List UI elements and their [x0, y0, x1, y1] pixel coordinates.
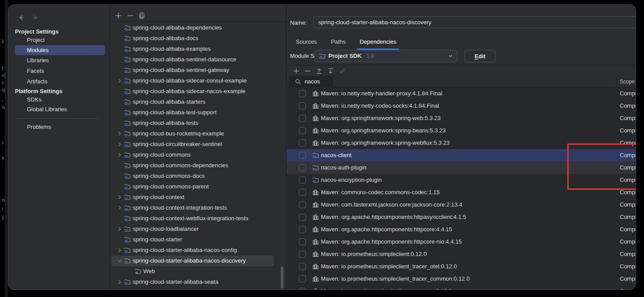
- dependency-row[interactable]: Maven: org.springframework:spring-web:5.…: [287, 112, 636, 124]
- export-checkbox[interactable]: [299, 251, 306, 258]
- sidebar-item-artifacts[interactable]: Artifacts: [27, 77, 48, 86]
- dependency-scope[interactable]: Compile: [620, 273, 636, 285]
- tree-item[interactable]: spring-cloud-starter-alibaba-nacos-disco…: [110, 256, 286, 266]
- tree-item[interactable]: spring-cloud-alibaba-examples: [110, 44, 286, 54]
- tree-item[interactable]: spring-cloud-circuitbreaker-sentinel: [110, 139, 286, 150]
- tree-item[interactable]: Web: [110, 266, 286, 277]
- dependency-scope[interactable]: Compile: [620, 124, 636, 137]
- edit-dependency-icon[interactable]: [339, 68, 346, 75]
- dependency-row[interactable]: Maven: org.apache.httpcomponents:httpasy…: [287, 211, 636, 223]
- export-checkbox[interactable]: [299, 115, 306, 122]
- dependency-scope[interactable]: Compile: [620, 112, 636, 124]
- export-checkbox[interactable]: [299, 288, 306, 289]
- tree-item[interactable]: spring-cloud-context: [110, 192, 286, 203]
- dependency-scope[interactable]: Compile: [620, 199, 636, 211]
- move-up-icon[interactable]: [316, 68, 323, 75]
- move-down-icon[interactable]: [327, 68, 334, 75]
- dependency-scope[interactable]: Compile: [620, 211, 636, 223]
- dependency-row[interactable]: Maven: io.prometheus:simpleclient_common…: [287, 285, 636, 289]
- dependency-row[interactable]: nacos-auth-pluginCompile: [287, 162, 636, 174]
- dependency-scope[interactable]: Compile: [620, 137, 636, 149]
- export-checkbox[interactable]: [299, 238, 306, 245]
- tree-item[interactable]: spring-cloud-alibaba-sentinel-datasource: [110, 54, 286, 65]
- dependency-row[interactable]: Maven: io.netty:netty-handler-proxy:4.1.…: [287, 87, 636, 100]
- chevron-right-icon[interactable]: [116, 130, 123, 137]
- dependency-row[interactable]: Maven: io.prometheus:simpleclient:0.12.0…: [287, 248, 636, 260]
- chevron-right-icon[interactable]: [116, 247, 123, 254]
- dependency-row[interactable]: Maven: io.prometheus:simpleclient_tracer…: [287, 273, 636, 285]
- tree-item[interactable]: spring-cloud-commons-parent: [110, 181, 286, 192]
- sidebar-item-problems[interactable]: Problems: [27, 122, 51, 132]
- export-checkbox[interactable]: [299, 102, 306, 109]
- dependency-row[interactable]: Maven: org.apache.httpcomponents:httpcor…: [287, 236, 636, 248]
- sidebar-item-sdks[interactable]: SDKs: [27, 95, 41, 105]
- chevron-right-icon[interactable]: [116, 77, 123, 84]
- export-checkbox[interactable]: [299, 275, 306, 282]
- export-checkbox[interactable]: [299, 201, 306, 208]
- dependency-row[interactable]: nacos-encryption-pluginCompile: [287, 174, 636, 186]
- tab-dependencies[interactable]: Dependencies: [360, 37, 396, 50]
- export-checkbox[interactable]: [299, 164, 306, 171]
- sidebar-item-project[interactable]: Project: [27, 35, 45, 45]
- tree-item[interactable]: spring-cloud-alibaba-test-support: [110, 107, 286, 118]
- dependency-scope[interactable]: Compile: [620, 100, 636, 112]
- dependency-scope[interactable]: Compile: [620, 285, 636, 289]
- export-checkbox[interactable]: [299, 139, 306, 147]
- dependency-row[interactable]: Maven: org.springframework:spring-beans:…: [287, 124, 636, 137]
- tree-item[interactable]: spring-cloud-commons-docs: [110, 171, 286, 181]
- dependency-scope[interactable]: Compile: [620, 149, 636, 162]
- dependency-row[interactable]: Maven: org.apache.httpcomponents:httpcor…: [287, 223, 636, 236]
- tree-item[interactable]: spring-cloud-alibaba-tests: [110, 118, 286, 128]
- chevron-right-icon[interactable]: [116, 151, 123, 158]
- export-checkbox[interactable]: [299, 214, 306, 221]
- chevron-right-icon[interactable]: [116, 278, 123, 286]
- remove-module-icon[interactable]: [127, 12, 134, 19]
- chevron-right-icon[interactable]: [116, 141, 123, 148]
- chevron-expanded-icon[interactable]: [116, 257, 123, 264]
- tab-paths[interactable]: Paths: [331, 37, 346, 50]
- tree-item[interactable]: spring-cloud-loadbalancer: [110, 224, 286, 234]
- tree-item[interactable]: spring-cloud-alibaba-dependencies: [110, 23, 286, 33]
- dependency-scope[interactable]: Compile: [620, 223, 636, 236]
- export-checkbox[interactable]: [299, 189, 306, 196]
- dependency-scope[interactable]: Compile: [620, 248, 636, 260]
- chevron-right-icon[interactable]: [116, 204, 123, 211]
- dependency-scope[interactable]: Compile: [620, 162, 636, 174]
- tree-scrollbar-thumb[interactable]: [281, 267, 283, 289]
- export-checkbox[interactable]: [299, 263, 306, 270]
- export-checkbox[interactable]: [299, 226, 306, 233]
- tree-item[interactable]: spring-cloud-commons: [110, 150, 286, 160]
- edit-button[interactable]: Edit: [465, 50, 495, 62]
- tree-item[interactable]: spring-cloud-context-integration-tests: [110, 203, 286, 213]
- dependency-search-field[interactable]: nacos: [289, 76, 333, 87]
- tree-item[interactable]: spring-cloud-alibaba-sidecar-consul-exam…: [110, 75, 286, 86]
- module-name-input[interactable]: [313, 16, 636, 28]
- module-sdk-select[interactable]: Project SDK 1.8: [314, 50, 458, 62]
- dependency-scope[interactable]: Compile: [620, 260, 636, 273]
- tree-item[interactable]: spring-cloud-alibaba-sentinel-gateway: [110, 65, 286, 75]
- tree-item[interactable]: spring-cloud-bus-rocketmq-example: [110, 128, 286, 139]
- dependency-row[interactable]: Maven: io.prometheus:simpleclient_tracer…: [287, 260, 636, 273]
- export-checkbox[interactable]: [299, 152, 306, 159]
- export-checkbox[interactable]: [299, 90, 306, 97]
- chevron-right-icon[interactable]: [116, 194, 123, 201]
- add-module-icon[interactable]: [115, 12, 122, 19]
- dependency-row[interactable]: Maven: commons-codec:commons-codec:1.15C…: [287, 186, 636, 199]
- remove-dependency-icon[interactable]: [304, 68, 311, 75]
- tree-item[interactable]: spring-cloud-alibaba-docs: [110, 33, 286, 44]
- sidebar-item-modules[interactable]: Modules: [15, 45, 105, 55]
- tree-item[interactable]: spring-cloud-alibaba-sidecar-nacos-examp…: [110, 86, 286, 97]
- copy-module-icon[interactable]: [138, 12, 145, 19]
- dependency-row[interactable]: Maven: com.fasterxml.jackson.core:jackso…: [287, 199, 636, 211]
- dependency-row[interactable]: Maven: io.netty:netty-codec-socks:4.1.84…: [287, 100, 636, 112]
- dependency-row[interactable]: Maven: org.springframework:spring-webflu…: [287, 137, 636, 149]
- sidebar-item-libraries[interactable]: Libraries: [27, 56, 49, 65]
- add-dependency-icon[interactable]: [293, 68, 300, 75]
- dependency-scope[interactable]: Compile: [620, 236, 636, 248]
- export-checkbox[interactable]: [299, 127, 306, 134]
- dependency-scope[interactable]: Compile: [620, 87, 636, 100]
- export-checkbox[interactable]: [299, 177, 306, 184]
- tree-item[interactable]: spring-cloud-commons-dependencies: [110, 160, 286, 171]
- back-arrow-icon[interactable]: [17, 14, 25, 22]
- forward-arrow-icon[interactable]: [31, 14, 39, 22]
